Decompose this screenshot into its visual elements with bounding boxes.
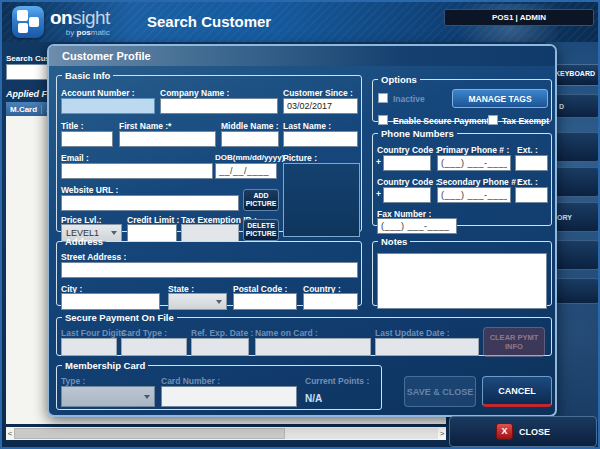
title-field[interactable] — [61, 131, 113, 147]
first-name-label: First Name :* — [119, 121, 171, 131]
brand-wordmark: onsight by posmatic — [50, 8, 110, 37]
close-button[interactable]: X CLOSE — [449, 416, 597, 447]
dob-label: DOB(mm/dd/yyyy) : — [215, 153, 289, 162]
primary-phone-label: Primary Phone # : — [437, 145, 509, 155]
ref-exp-date-label: Ref. Exp. Date : — [191, 328, 253, 338]
page-title: Search Customer — [147, 13, 271, 30]
postal-code-field[interactable] — [233, 293, 297, 310]
close-button-label: CLOSE — [519, 427, 550, 437]
secure-payment-legend: Secure Payment On File — [62, 312, 177, 323]
street-address-label: Street Address : — [61, 252, 126, 262]
country-field[interactable] — [303, 293, 358, 310]
chevron-down-icon — [144, 395, 150, 399]
pos-app-window: onsight by posmatic Search Customer POS1… — [0, 0, 600, 449]
last-update-date-label: Last Update Date : — [375, 328, 450, 338]
byline-pos: pos — [77, 28, 91, 37]
account-number-field[interactable] — [61, 98, 155, 114]
scroll-left-icon[interactable]: < — [6, 427, 14, 440]
secondary-ext-field[interactable] — [515, 187, 548, 203]
membership-type-label: Type : — [61, 376, 85, 386]
plus-prefix: + — [376, 157, 381, 167]
chevron-down-icon — [111, 231, 117, 235]
enable-secure-payment-label: Enable Secure Payment — [393, 116, 489, 126]
chevron-down-icon — [216, 300, 222, 304]
card-number-field[interactable] — [161, 386, 297, 407]
title-label: Title : — [61, 121, 84, 131]
secure-payment-group: Secure Payment On File Last Four Digits … — [56, 312, 552, 356]
dob-field[interactable] — [215, 163, 277, 179]
customer-since-label: Customer Since : — [283, 88, 353, 98]
middle-name-label: Middle Name : — [221, 121, 279, 131]
logo-square-icon — [29, 17, 39, 27]
plus-prefix: + — [376, 189, 381, 199]
fax-number-field[interactable] — [377, 218, 457, 234]
last-four-digits-field — [61, 338, 117, 356]
country-code-label: Country Code : — [377, 177, 438, 187]
basic-info-legend: Basic Info — [62, 70, 113, 81]
column-header-mcard[interactable]: M.Card — [6, 105, 42, 114]
tax-exempt-label: Tax Exempt — [502, 116, 549, 126]
notes-legend: Notes — [378, 236, 410, 247]
options-group: Options Inactive MANAGE TAGS Enable Secu… — [372, 74, 552, 122]
city-field[interactable] — [61, 293, 160, 310]
website-url-field[interactable] — [61, 195, 239, 211]
customer-profile-dialog: Customer Profile Basic Info Account Numb… — [47, 44, 557, 417]
website-url-label: Website URL : — [61, 185, 118, 195]
name-on-card-field — [255, 338, 371, 356]
card-type-label: Card Type : — [121, 328, 167, 338]
card-number-label: Card Number : — [161, 376, 220, 386]
state-dropdown[interactable] — [168, 293, 227, 310]
primary-phone-field[interactable] — [437, 155, 511, 171]
membership-card-legend: Membership Card — [62, 360, 148, 371]
notes-textarea[interactable] — [377, 253, 547, 309]
scrollbar-thumb[interactable] — [14, 428, 285, 439]
inactive-checkbox[interactable] — [378, 93, 388, 103]
top-bar: onsight by posmatic Search Customer POS1… — [2, 2, 598, 42]
email-label: Email : — [61, 153, 89, 163]
name-on-card-label: Name on Card : — [255, 328, 318, 338]
scrollbar-track[interactable] — [14, 428, 438, 439]
primary-ext-field[interactable] — [515, 155, 548, 171]
horizontal-scrollbar[interactable]: < > — [6, 427, 446, 440]
last-name-label: Last Name : — [283, 121, 331, 131]
close-x-icon: X — [496, 423, 513, 440]
tax-exempt-checkbox[interactable] — [488, 115, 498, 125]
logo-square-icon — [17, 10, 28, 21]
brand-on: on — [50, 7, 72, 28]
inactive-label: Inactive — [393, 94, 425, 104]
enable-secure-payment-checkbox[interactable] — [378, 115, 388, 125]
ref-exp-date-field — [191, 338, 249, 356]
scroll-right-icon[interactable]: > — [438, 427, 446, 440]
save-close-button: SAVE & CLOSE — [404, 376, 476, 407]
address-legend: Address — [62, 236, 106, 247]
first-name-field[interactable] — [119, 131, 216, 147]
manage-tags-button[interactable]: MANAGE TAGS — [452, 89, 548, 108]
company-name-field[interactable] — [160, 98, 278, 114]
picture-preview — [283, 163, 360, 237]
cancel-button[interactable]: CANCEL — [482, 376, 552, 407]
secondary-phone-label: Secondary Phone # : — [437, 177, 521, 187]
current-points-value: N/A — [305, 393, 322, 404]
last-name-field[interactable] — [283, 131, 358, 147]
dialog-title: Customer Profile — [49, 46, 555, 66]
basic-info-group: Basic Info Account Number : Company Name… — [56, 70, 362, 232]
session-button[interactable]: POS1 | ADMIN — [444, 9, 594, 26]
clear-payment-info-button: CLEAR PYMT INFO — [483, 327, 545, 357]
brand-sight: sight — [72, 7, 110, 28]
customer-since-field[interactable] — [283, 98, 358, 114]
secondary-phone-field[interactable] — [437, 187, 511, 203]
add-picture-button[interactable]: ADD PICTURE — [243, 189, 279, 211]
email-field[interactable] — [61, 163, 213, 179]
byline-matic: matic — [91, 28, 110, 37]
ext-label: Ext. : — [517, 177, 538, 187]
street-address-field[interactable] — [61, 262, 358, 278]
secondary-country-code-field[interactable] — [383, 187, 431, 203]
country-code-label: Country Code : — [377, 145, 438, 155]
middle-name-field[interactable] — [221, 131, 279, 147]
last-update-date-field — [375, 338, 479, 356]
card-type-field — [121, 338, 187, 356]
posmatic-logo-icon — [12, 6, 44, 38]
primary-country-code-field[interactable] — [383, 155, 431, 171]
current-points-label: Current Points : — [305, 376, 369, 386]
notes-group: Notes — [372, 236, 552, 306]
